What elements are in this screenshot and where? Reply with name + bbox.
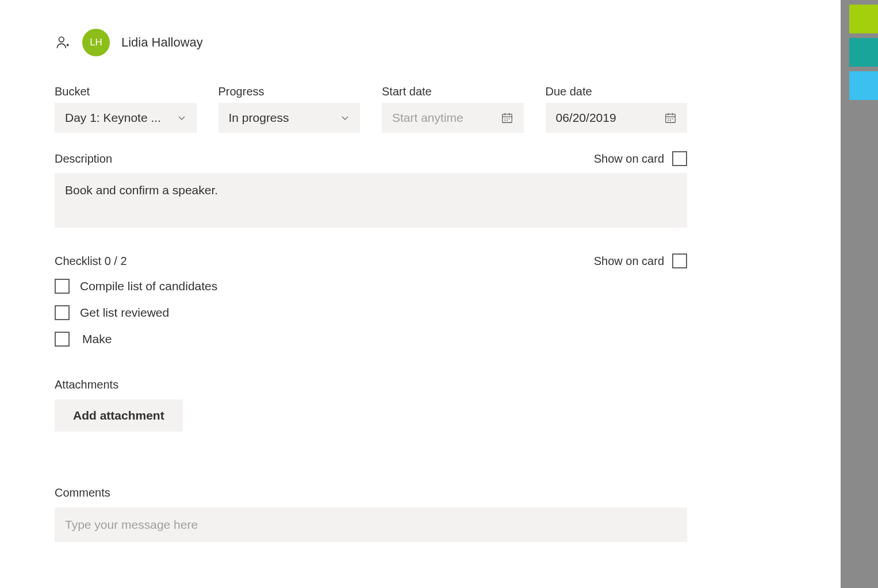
right-color-tabs bbox=[841, 0, 878, 588]
progress-label: Progress bbox=[218, 85, 361, 98]
checklist-item: Get list reviewed bbox=[55, 305, 687, 320]
task-detail-panel: LH Lidia Halloway Bucket Day 1: Keynote … bbox=[0, 0, 742, 588]
calendar-icon bbox=[501, 112, 513, 124]
checklist-item-text-input[interactable]: Make bbox=[80, 332, 112, 346]
attachments-section: Attachments Add attachment bbox=[55, 378, 687, 432]
show-on-card-label: Show on card bbox=[594, 152, 664, 166]
add-person-icon[interactable] bbox=[55, 34, 71, 51]
due-date-field-group: Due date 06/20/2019 bbox=[546, 85, 688, 133]
progress-field-group: Progress In progress bbox=[218, 85, 361, 133]
comments-input[interactable] bbox=[55, 508, 687, 542]
checklist-item-checkbox[interactable] bbox=[55, 279, 70, 294]
start-date-input[interactable]: Start anytime bbox=[382, 103, 524, 133]
fields-row: Bucket Day 1: Keynote ... Progress In pr… bbox=[55, 85, 687, 133]
comments-label: Comments bbox=[55, 486, 110, 499]
due-date-label: Due date bbox=[546, 85, 688, 98]
avatar-initials: LH bbox=[90, 37, 102, 48]
label-tab-lime[interactable] bbox=[849, 5, 878, 33]
checklist-item-checkbox[interactable] bbox=[55, 332, 70, 347]
label-tab-sky[interactable] bbox=[849, 71, 878, 100]
bucket-value: Day 1: Keynote ... bbox=[65, 111, 177, 125]
svg-point-0 bbox=[59, 37, 64, 42]
checklist-header: Checklist 0 / 2 Show on card bbox=[55, 253, 687, 268]
checklist-item: Compile list of candidates bbox=[55, 279, 687, 294]
start-date-label: Start date bbox=[382, 85, 524, 98]
progress-value: In progress bbox=[229, 111, 341, 125]
start-date-placeholder: Start anytime bbox=[392, 111, 501, 125]
chevron-down-icon bbox=[340, 113, 350, 122]
checklist-show-on-card: Show on card bbox=[594, 253, 687, 268]
due-date-input[interactable]: 06/20/2019 bbox=[546, 103, 688, 133]
checklist-item-new: Make bbox=[55, 332, 687, 347]
progress-select[interactable]: In progress bbox=[218, 103, 361, 133]
add-attachment-button[interactable]: Add attachment bbox=[55, 399, 183, 432]
checklist-show-on-card-checkbox[interactable] bbox=[672, 253, 687, 268]
assignee-name: Lidia Halloway bbox=[121, 35, 203, 50]
checklist-item-checkbox[interactable] bbox=[55, 305, 70, 320]
assignee-row: LH Lidia Halloway bbox=[55, 29, 687, 56]
chevron-down-icon bbox=[177, 113, 186, 122]
description-show-on-card: Show on card bbox=[594, 151, 687, 166]
calendar-icon bbox=[664, 112, 677, 124]
checklist-items: Compile list of candidates Get list revi… bbox=[55, 279, 687, 347]
bucket-label: Bucket bbox=[55, 85, 197, 98]
description-label: Description bbox=[55, 152, 112, 166]
attachments-label: Attachments bbox=[55, 378, 118, 391]
bucket-field-group: Bucket Day 1: Keynote ... bbox=[55, 85, 197, 133]
checklist-label: Checklist 0 / 2 bbox=[55, 255, 127, 268]
bucket-select[interactable]: Day 1: Keynote ... bbox=[55, 103, 197, 133]
label-tab-teal[interactable] bbox=[849, 38, 878, 67]
comments-section: Comments bbox=[55, 486, 687, 542]
checklist-item-text[interactable]: Get list reviewed bbox=[80, 306, 169, 320]
start-date-field-group: Start date Start anytime bbox=[382, 85, 524, 133]
svg-rect-12 bbox=[666, 114, 676, 123]
checklist-item-text[interactable]: Compile list of candidates bbox=[80, 279, 217, 293]
show-on-card-label: Show on card bbox=[594, 255, 664, 268]
description-header: Description Show on card bbox=[55, 151, 687, 166]
assignee-avatar[interactable]: LH bbox=[82, 29, 110, 56]
svg-rect-3 bbox=[502, 114, 512, 123]
description-show-on-card-checkbox[interactable] bbox=[672, 151, 687, 166]
due-date-value: 06/20/2019 bbox=[556, 111, 665, 125]
description-textarea[interactable]: Book and confirm a speaker. bbox=[55, 173, 687, 228]
